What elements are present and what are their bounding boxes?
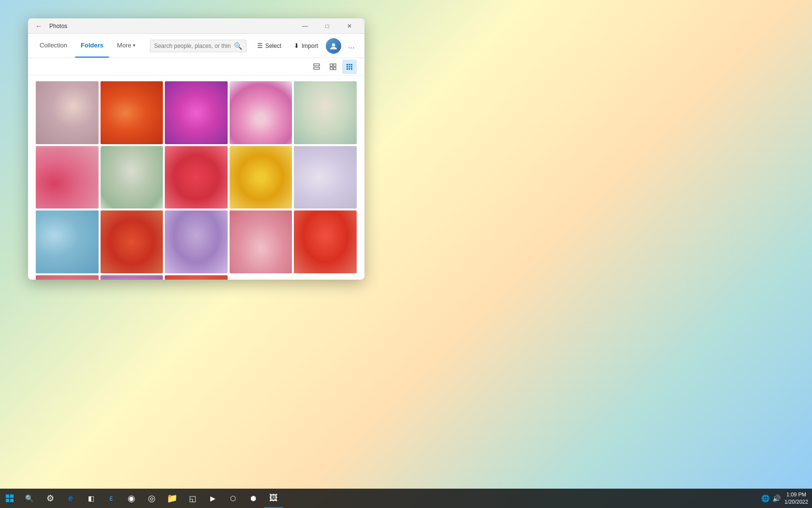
- svg-rect-15: [351, 68, 352, 70]
- view-controls: [309, 60, 357, 74]
- chevron-down-icon: ▾: [133, 43, 135, 48]
- svg-rect-19: [10, 499, 14, 502]
- taskbar-devtools-icon[interactable]: ◧: [81, 489, 101, 508]
- svg-point-0: [332, 43, 335, 46]
- nav-toolbar: ☰ Select ⬇ Import ...: [252, 38, 359, 54]
- photo-grid: [36, 81, 357, 280]
- svg-rect-10: [347, 66, 348, 67]
- svg-rect-18: [6, 499, 9, 502]
- photo-2[interactable]: [101, 81, 163, 144]
- search-icon[interactable]: 🔍: [234, 42, 242, 50]
- photo-18[interactable]: [165, 275, 228, 280]
- svg-rect-3: [330, 64, 333, 66]
- taskbar-firefox-icon[interactable]: ◎: [142, 489, 161, 508]
- select-icon: ☰: [257, 42, 263, 49]
- window-controls: — □ ✕: [294, 18, 361, 34]
- photos-window: ← Photos — □ ✕ Collection Folders More ▾: [28, 18, 364, 280]
- photo-10[interactable]: [294, 146, 357, 209]
- import-button[interactable]: ⬇ Import: [289, 40, 323, 52]
- profile-button[interactable]: [326, 38, 341, 54]
- grid-view-icon: [330, 63, 336, 70]
- photo-14[interactable]: [230, 210, 292, 273]
- taskbar-app1-icon[interactable]: ⬡: [223, 489, 243, 508]
- photo-13[interactable]: [165, 210, 228, 273]
- window-title: Photos: [49, 23, 67, 30]
- taskbar-clock[interactable]: 1:09 PM 1/20/2022: [784, 491, 808, 506]
- svg-rect-8: [349, 64, 350, 65]
- photo-15[interactable]: [294, 210, 357, 273]
- tab-collection[interactable]: Collection: [34, 34, 73, 58]
- taskbar-app2-icon[interactable]: ⬢: [244, 489, 263, 508]
- taskbar-chrome-icon[interactable]: ◉: [122, 489, 141, 508]
- svg-rect-13: [347, 68, 348, 70]
- start-button[interactable]: [0, 489, 19, 508]
- photo-12[interactable]: [101, 210, 163, 273]
- svg-rect-11: [349, 66, 350, 67]
- photo-1[interactable]: [36, 81, 99, 144]
- svg-rect-17: [10, 494, 14, 498]
- photo-11[interactable]: [36, 210, 99, 273]
- svg-rect-6: [334, 67, 336, 70]
- photo-grid-container: [28, 75, 364, 280]
- svg-rect-14: [349, 68, 350, 70]
- profile-icon: [329, 42, 338, 50]
- photo-5[interactable]: [294, 81, 357, 144]
- svg-rect-16: [6, 494, 9, 498]
- taskbar-pinned-apps: ⚙ e ◧ ε ◉ ◎ 📁 ◱ ▶ ⬡ ⬢ 🖼: [41, 489, 283, 508]
- maximize-button[interactable]: □: [316, 18, 338, 34]
- photo-8[interactable]: [165, 146, 228, 209]
- taskbar-store-icon[interactable]: ◱: [183, 489, 202, 508]
- search-box: 🔍: [150, 40, 246, 52]
- taskbar-edge-icon[interactable]: e: [61, 489, 80, 508]
- taskbar-time: 1:09 PM: [784, 491, 808, 498]
- taskbar-system-tray: 🌐 🔊 1:09 PM 1/20/2022: [761, 491, 812, 506]
- svg-rect-1: [314, 64, 319, 66]
- svg-rect-5: [330, 67, 333, 70]
- minimize-button[interactable]: —: [294, 18, 316, 34]
- title-bar: ← Photos — □ ✕: [28, 18, 364, 34]
- photo-4[interactable]: [230, 81, 292, 144]
- photo-17[interactable]: [101, 275, 163, 280]
- taskbar-date: 1/20/2022: [784, 498, 808, 506]
- view-toolbar: [28, 58, 364, 75]
- svg-rect-9: [351, 64, 352, 65]
- taskbar-browser-icon[interactable]: ε: [102, 489, 121, 508]
- system-tray-icons: 🌐 🔊: [761, 494, 781, 502]
- svg-rect-7: [347, 64, 348, 65]
- photo-3[interactable]: [165, 81, 228, 144]
- large-view-icon: [346, 63, 353, 70]
- taskbar-terminal-icon[interactable]: ▶: [203, 489, 222, 508]
- photo-7[interactable]: [101, 146, 163, 209]
- svg-rect-12: [351, 66, 352, 67]
- windows-icon: [5, 494, 14, 503]
- taskbar-search-button[interactable]: 🔍: [19, 489, 39, 508]
- more-options-button[interactable]: ...: [344, 39, 359, 53]
- taskbar-files-icon[interactable]: 📁: [162, 489, 182, 508]
- photo-6[interactable]: [36, 146, 99, 209]
- tray-network-icon[interactable]: 🌐: [761, 494, 769, 502]
- view-list-button[interactable]: [309, 60, 324, 74]
- photo-16[interactable]: [36, 275, 99, 280]
- desktop-background: ← Photos — □ ✕ Collection Folders More ▾: [0, 0, 812, 508]
- search-input[interactable]: [154, 43, 231, 49]
- svg-rect-4: [334, 64, 336, 66]
- import-icon: ⬇: [294, 42, 299, 49]
- close-button[interactable]: ✕: [338, 18, 361, 34]
- photo-9[interactable]: [230, 146, 292, 209]
- taskbar-photos-icon[interactable]: 🖼: [264, 489, 283, 508]
- tab-more[interactable]: More ▾: [111, 34, 141, 58]
- view-large-button[interactable]: [342, 60, 357, 74]
- tray-volume-icon[interactable]: 🔊: [772, 494, 781, 502]
- view-grid-button[interactable]: [326, 60, 340, 74]
- list-view-icon: [313, 63, 320, 70]
- nav-bar: Collection Folders More ▾ 🔍 ☰ Select: [28, 34, 364, 58]
- back-button[interactable]: ←: [32, 19, 45, 33]
- select-button[interactable]: ☰ Select: [252, 40, 286, 52]
- taskbar-settings-icon[interactable]: ⚙: [41, 489, 60, 508]
- taskbar: 🔍 ⚙ e ◧ ε ◉ ◎ 📁 ◱ ▶ ⬡ ⬢ 🖼 🌐 🔊 1:09 PM 1/…: [0, 489, 812, 508]
- svg-rect-2: [314, 67, 319, 69]
- tab-folders[interactable]: Folders: [75, 34, 109, 58]
